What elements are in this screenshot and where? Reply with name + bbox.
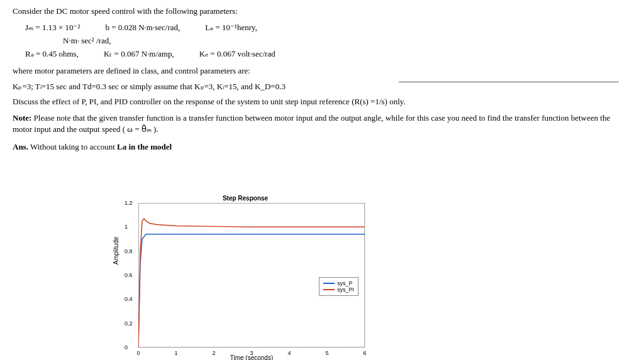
legend-label-sysPI: sys_PI	[337, 286, 354, 293]
step-response-chart: Step Response sys_P sys_PI Amplitude Tim…	[113, 195, 377, 358]
plot-curves	[138, 203, 365, 347]
param-Jm: Jₘ = 1.13 × 10⁻²	[25, 21, 80, 35]
param-b: b = 0.028 N·m·sec/rad,	[105, 21, 180, 35]
note-label: Note:	[13, 113, 31, 123]
param-Ra: Rₐ = 0.45 ohms,	[25, 48, 79, 61]
y-tick: 1.2	[125, 200, 133, 206]
y-tick: 0.6	[125, 272, 133, 278]
x-tick: 4	[287, 350, 291, 356]
x-tick: 0	[136, 350, 140, 356]
where-text: where motor parameters are defined in cl…	[13, 65, 631, 77]
legend-swatch-sysP	[323, 283, 335, 284]
x-tick: 1	[174, 350, 177, 356]
y-axis-label: Amplitude	[113, 237, 119, 265]
x-tick: 2	[212, 350, 215, 356]
param-Ke: Kₑ = 0.067 volt·sec/rad	[199, 48, 275, 61]
note-paragraph: Note: Please note that the given transfe…	[13, 112, 631, 135]
legend: sys_P sys_PI	[319, 277, 358, 296]
answer-label: Ans.	[13, 142, 28, 151]
intro-text: Consider the DC motor speed control with…	[13, 6, 631, 16]
note-body: Please note that the given transfer func…	[13, 113, 610, 134]
param-La: Lₐ = 10⁻¹henry,	[205, 21, 257, 35]
legend-label-sysP: sys_P	[337, 280, 353, 286]
divider-line	[399, 82, 619, 82]
grid-vertical	[365, 203, 365, 347]
y-tick: 1	[125, 224, 128, 230]
control-params: Kₚ=3; Tᵢ=15 sec and Td=0.3 sec or simply…	[13, 81, 631, 92]
legend-item-sysPI: sys_PI	[323, 286, 354, 293]
answer-line: Ans. Without taking to account La in the…	[13, 141, 631, 153]
y-tick: 0.2	[125, 320, 133, 327]
answer-text: Without taking to account	[28, 142, 117, 151]
legend-swatch-sysPI	[323, 289, 335, 290]
parameters-block: Jₘ = 1.13 × 10⁻² b = 0.028 N·m·sec/rad, …	[25, 21, 631, 60]
x-tick: 5	[325, 350, 328, 356]
chart-title: Step Response	[113, 195, 377, 202]
x-tick: 3	[250, 350, 253, 356]
grid-horizontal	[138, 347, 365, 348]
plot-area: sys_P sys_PI Amplitude Time (seconds) 01…	[138, 203, 365, 347]
y-tick: 0	[125, 344, 128, 351]
answer-bold: La in the model	[117, 142, 172, 151]
param-Kt: Kₜ = 0.067 N·m/amp,	[104, 48, 174, 61]
x-tick: 6	[363, 350, 366, 356]
y-tick: 0.4	[125, 296, 133, 302]
param-Jm-units: N·m· sec² /rad,	[63, 35, 631, 48]
legend-item-sysP: sys_P	[323, 280, 354, 286]
discuss-text: Discuss the effect of P, PI, and PID con…	[13, 96, 631, 107]
y-tick: 0.8	[125, 248, 133, 254]
